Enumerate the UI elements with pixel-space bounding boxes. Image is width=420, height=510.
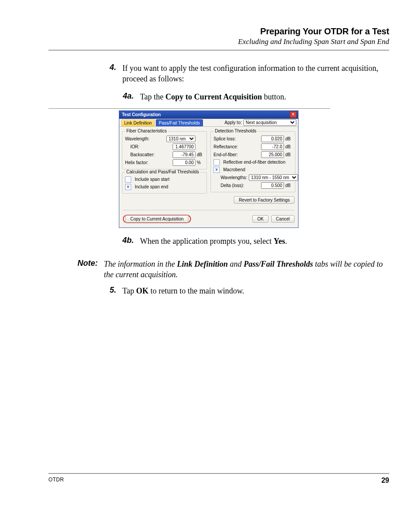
step-number: 4. [106,63,116,84]
ok-button[interactable]: OK [252,215,268,223]
footer-page-number: 29 [381,477,389,484]
step-text: Tap OK to return to the main window. [122,286,389,296]
copy-to-current-acquisition-button[interactable]: Copy to Current Acquisition [125,215,188,223]
step-number: 5. [106,286,116,296]
page: Preparing Your OTDR for a Test Excluding… [0,0,420,510]
step-5: 5. Tap OK to return to the main window. [106,286,389,296]
checkbox-reflective-eof[interactable] [214,159,220,165]
mb-wavelengths-label: Wavelengths: [214,175,247,180]
reflectance-label: Reflectance: [214,144,238,149]
step-4b: 4b. When the application prompts you, se… [119,236,389,246]
step-4a: 4a. Tap the Copy to Current Acquisition … [119,92,389,102]
text: Tap [122,286,136,295]
text: The information in the [104,260,177,268]
substep-text: Tap the Copy to Current Acquisition butt… [140,92,389,102]
ior-label: IOR: [125,144,140,149]
delta-loss-input[interactable] [261,182,284,189]
ior-input[interactable] [173,143,195,150]
unit-pct: % [197,160,204,165]
text: to return to the main window. [148,286,244,295]
checkbox-span-start[interactable] [125,176,131,183]
unit-db: dB [285,144,292,149]
apply-to-control: Apply to: Next acquisition [225,119,296,126]
text: . [285,237,287,246]
highlight-circle: Copy to Current Acquisition [123,215,191,223]
delta-loss-label: Delta (loss): [214,183,244,188]
include-span-end-label: Include span end [135,184,168,189]
note-block: Note: The information in the Link Defini… [75,259,389,280]
tab-passfail-thresholds[interactable]: Pass/Fail Thresholds [156,119,203,126]
text: Tap the [140,92,166,101]
substep-number: 4b. [119,236,134,246]
dialog-tabstrip: Link Definition Pass/Fail Thresholds App… [119,119,298,127]
checkbox-macrobend[interactable]: × [214,167,220,173]
substep-number: 4a. [119,92,134,102]
include-span-start-label: Include span start [135,177,169,182]
header-rule [48,50,389,51]
backscatter-input[interactable] [173,151,195,158]
group-detection-thresholds: Detection Thresholds Splice loss: dB Ref… [210,131,295,192]
substep-text: When the application prompts you, select… [140,236,389,246]
helix-input[interactable] [173,159,195,166]
eof-input[interactable] [261,151,284,158]
tab-link-definition[interactable]: Link Definition [121,119,155,126]
group-title: Detection Thresholds [214,128,258,133]
revert-factory-button[interactable]: Revert to Factory Settings [234,196,295,204]
reflectance-input[interactable] [261,143,284,150]
footer-left: OTDR [48,477,64,484]
wavelength-select[interactable]: 1310 nm [166,136,195,142]
backscatter-label: Backscatter: [125,152,155,157]
dialog-illustration: Test Configuration × Link Definition Pas… [119,108,330,228]
apply-to-label: Apply to: [225,120,242,125]
mb-wavelengths-select[interactable]: 1310 nm - 1550 nm [249,174,298,181]
apply-to-select[interactable]: Next acquisition [243,119,296,126]
close-icon[interactable]: × [290,111,297,118]
illustration-rule [48,108,330,109]
text: When the application prompts you, select [140,237,273,246]
dialog-body: Fiber Characteristics Wavelength: 1310 n… [119,127,298,194]
note-text: The information in the Link Definition a… [104,259,389,280]
helix-label: Helix factor: [125,160,148,165]
group-calc-passfail: Calculation and Pass/Fail Thresholds Inc… [122,172,207,194]
dialog-title: Test Configuration [122,112,161,117]
bold-text: Yes [273,237,285,246]
page-header: Preparing Your OTDR for a Test Excluding… [48,26,389,46]
group-title: Fiber Characteristics [125,128,168,133]
group-title: Calculation and Pass/Fail Thresholds [125,169,200,174]
group-fiber-characteristics: Fiber Characteristics Wavelength: 1310 n… [122,131,207,169]
unit-db: dB [197,152,204,157]
bold-text: Pass/Fail Thresholds [244,260,313,268]
page-footer: OTDR 29 [48,473,389,484]
bold-text: OK [136,286,148,295]
reflective-eof-label: Reflective end-of-fiber detection [223,160,285,165]
page-header-title: Preparing Your OTDR for a Test [48,26,389,37]
macrobend-label: Macrobend [223,167,245,172]
page-header-subtitle: Excluding and Including Span Start and S… [48,37,389,46]
dialog-footer: Revert to Factory Settings Copy to Curre… [119,194,298,227]
splice-loss-label: Splice loss: [214,136,236,141]
checkbox-span-end[interactable]: × [125,184,131,190]
unit-db: dB [285,152,292,157]
cancel-button[interactable]: Cancel [271,215,295,223]
text: and [228,260,244,268]
test-configuration-dialog: Test Configuration × Link Definition Pas… [119,110,298,228]
unit-db: dB [285,136,292,141]
step-4: 4. If you want to apply the test configu… [106,63,389,84]
bold-text: Link Definition [177,260,228,268]
step-text: If you want to apply the test configurat… [122,63,389,84]
note-label: Note: [75,259,98,280]
dialog-titlebar: Test Configuration × [119,111,298,119]
splice-loss-input[interactable] [261,136,284,142]
text: button. [262,92,286,101]
unit-db: dB [285,183,292,188]
bold-text: Copy to Current Acquisition [166,92,262,101]
wavelength-label: Wavelength: [125,136,149,141]
eof-label: End-of-fiber: [214,152,238,157]
